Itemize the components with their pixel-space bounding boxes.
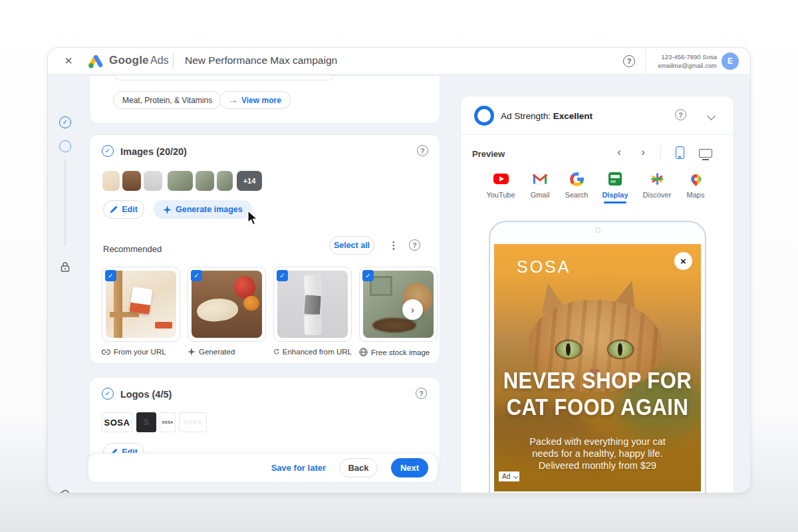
logo-tile[interactable]: SOSA	[179, 412, 207, 432]
lock-icon	[60, 261, 70, 275]
globe-icon	[359, 348, 368, 356]
channel-tab-gmail[interactable]: Gmail	[521, 171, 559, 199]
help-icon[interactable]: ?	[675, 109, 686, 120]
avatar[interactable]: E	[722, 53, 739, 70]
overflow-menu-icon[interactable]: ⋮	[386, 238, 401, 253]
image-generated	[192, 271, 262, 338]
image-card-frame[interactable]: ✓	[188, 267, 266, 342]
channel-tab-display[interactable]: Display	[596, 171, 634, 203]
image-thumbnail[interactable]	[168, 171, 193, 191]
search-theme-input[interactable]	[114, 74, 334, 80]
brand-google: Google	[109, 54, 149, 67]
image-source-label: Free stock image	[359, 348, 438, 356]
topbar: × Google Ads New Performance Max campaig…	[48, 48, 750, 74]
save-for-later-button[interactable]: Save for later	[271, 463, 326, 473]
logos-title: Logos (4/5)	[120, 389, 172, 400]
image-source-label: From your URL	[102, 348, 180, 356]
enhance-icon	[273, 348, 279, 356]
panel-divider	[461, 134, 733, 135]
next-button[interactable]: Next	[391, 458, 428, 477]
section-complete-icon: ✓	[102, 145, 114, 157]
ad-close-icon[interactable]: ×	[674, 252, 692, 270]
image-source-label: Enhanced from URL	[273, 348, 352, 356]
account-name: 123-456-7890 Sosa	[648, 53, 717, 61]
channel-tab-maps[interactable]: Maps	[676, 171, 715, 199]
checkbox-checked[interactable]: ✓	[362, 270, 374, 281]
link-icon	[102, 348, 110, 356]
logo-tile[interactable]: SOSA	[160, 412, 176, 432]
logo-tile[interactable]: S	[136, 412, 156, 432]
select-all-button[interactable]: Select all	[329, 236, 374, 255]
step-complete-icon[interactable]: ✓	[59, 116, 71, 128]
ad-description: Packed with everything your cat needs fo…	[494, 436, 701, 471]
image-stock	[363, 271, 434, 338]
desktop-device-icon[interactable]	[698, 146, 714, 160]
back-button[interactable]: Back	[339, 458, 378, 477]
image-thumbnail[interactable]	[122, 171, 141, 191]
ad-creative[interactable]: SOSA × NEVER SHOP FOR CAT FOOD AGAIN Pac…	[494, 244, 701, 491]
sparkle-icon	[188, 348, 196, 356]
youtube-icon	[493, 174, 509, 184]
ad-badge[interactable]: Ad	[499, 471, 519, 481]
view-more-button[interactable]: → View more	[219, 91, 291, 109]
channel-tab-search[interactable]: Search	[557, 171, 596, 199]
image-thumbnail[interactable]	[217, 171, 233, 191]
ad-strength-text: Ad Strength: Excellent	[501, 111, 593, 121]
preview-panel: Ad Strength: Excellent ? Preview ‹ › You…	[461, 96, 733, 493]
help-icon[interactable]: ?	[417, 145, 428, 156]
mobile-device-icon[interactable]	[672, 144, 687, 160]
ad-strength-value: Excellent	[553, 111, 593, 121]
generate-images-button[interactable]: Generate images	[154, 200, 252, 219]
image-card-frame[interactable]: ✓	[273, 267, 352, 342]
preview-prev-icon[interactable]: ‹	[611, 144, 627, 160]
gmail-icon	[533, 174, 547, 185]
search-theme-chip-label: Meat, Protein, & Vitamins	[122, 96, 212, 105]
ad-strength-ring-icon	[474, 106, 494, 126]
checkbox-checked[interactable]: ✓	[105, 270, 116, 281]
image-thumbnail[interactable]	[144, 171, 162, 191]
sparkle-icon	[163, 205, 172, 214]
help-icon[interactable]: ?	[416, 388, 427, 399]
generate-label: Generate images	[176, 205, 243, 214]
recommended-image-card: ✓ Generated	[188, 267, 266, 356]
image-card-frame[interactable]: ✓	[359, 267, 438, 342]
image-card-frame[interactable]: ✓	[102, 267, 180, 342]
search-themes-card: Meat, Protein, & Vitamins → View more	[90, 76, 440, 123]
footer-action-bar: Save for later Back Next	[88, 454, 438, 482]
help-icon[interactable]: ?	[623, 55, 635, 67]
channel-tab-discover[interactable]: Discover	[638, 171, 676, 199]
step-rail: ✓	[48, 74, 89, 493]
checkbox-checked[interactable]: ✓	[277, 270, 288, 281]
image-thumbnail[interactable]	[102, 171, 120, 191]
section-complete-icon: ✓	[102, 388, 114, 400]
images-card: ✓ Images (20/20) ? +14 Edit Generate ima…	[90, 135, 440, 363]
carousel-next-icon[interactable]: ›	[402, 299, 423, 320]
phone-preview: SOSA × NEVER SHOP FOR CAT FOOD AGAIN Pac…	[489, 221, 706, 493]
recommended-image-card: ✓ From your URL	[102, 267, 180, 356]
account-info: 123-456-7890 Sosa emailme@gmail.com	[648, 53, 717, 70]
brand-ads: Ads	[150, 55, 169, 66]
logo-tile[interactable]: SOSA	[102, 412, 132, 432]
recommended-title: Recommended	[103, 244, 162, 254]
select-all-label: Select all	[334, 241, 370, 250]
channel-tab-youtube[interactable]: YouTube	[481, 171, 520, 199]
image-thumbnail[interactable]	[196, 171, 214, 191]
step-current-icon[interactable]	[59, 140, 71, 152]
account-divider	[645, 48, 646, 74]
account-email: emailme@gmail.com	[648, 61, 717, 70]
checkbox-checked[interactable]: ✓	[191, 270, 202, 281]
close-icon[interactable]: ×	[60, 52, 77, 69]
preview-next-icon[interactable]: ›	[635, 144, 651, 160]
more-images-badge[interactable]: +14	[237, 171, 262, 191]
help-icon[interactable]: ?	[409, 239, 420, 251]
camera-dot-icon	[595, 227, 600, 233]
arrow-right-icon: →	[229, 95, 237, 105]
screen: × Google Ads New Performance Max campaig…	[0, 0, 798, 532]
image-from-url	[106, 271, 176, 338]
device-divider	[660, 146, 661, 159]
search-theme-chip[interactable]: Meat, Protein, & Vitamins	[113, 91, 221, 109]
topbar-divider	[173, 53, 174, 69]
collapse-chevron-icon[interactable]	[704, 110, 718, 121]
edit-images-button[interactable]: Edit	[103, 200, 144, 219]
campaign-window: × Google Ads New Performance Max campaig…	[48, 48, 750, 493]
